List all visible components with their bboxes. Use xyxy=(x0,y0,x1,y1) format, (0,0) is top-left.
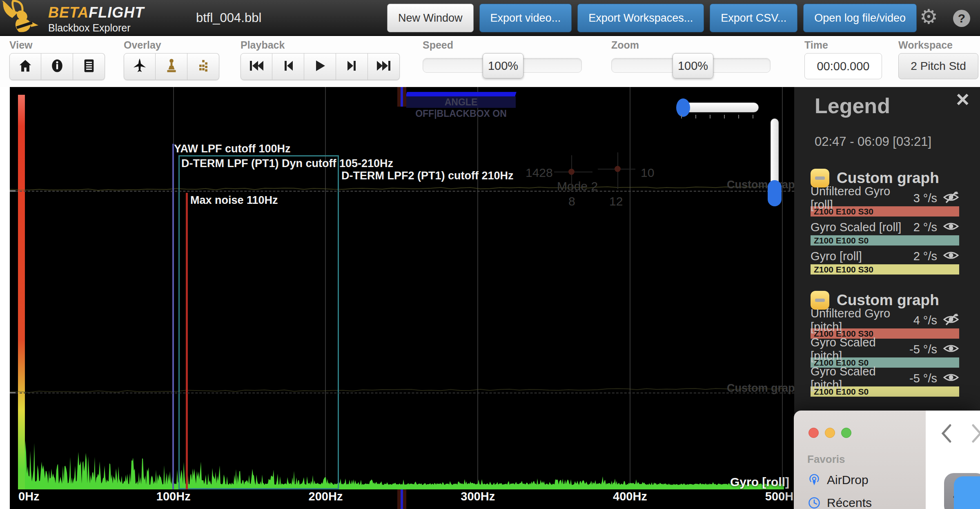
axis-tick-200Hz: 200Hz xyxy=(309,490,343,503)
step-back-button[interactable] xyxy=(272,53,304,80)
clock-icon xyxy=(807,496,821,509)
step-back-icon xyxy=(282,60,294,74)
stick-position-dot-left xyxy=(568,169,575,175)
zoom-traffic-light[interactable] xyxy=(841,428,851,438)
time-label: Time xyxy=(804,39,828,51)
legend-entry-settings-bar[interactable]: Z100 E100 S30 xyxy=(811,264,959,275)
graph-vertical-slider-handle[interactable] xyxy=(768,180,782,206)
zoom-slider-handle[interactable]: 100% xyxy=(673,53,713,78)
legend-entry-name[interactable]: Gyro [roll] xyxy=(811,250,913,263)
axis-tick-100Hz: 100Hz xyxy=(156,490,191,503)
stick-value-right: 10 xyxy=(641,166,654,180)
skip-end-button[interactable] xyxy=(368,53,400,80)
skip-start-button[interactable] xyxy=(241,53,272,80)
workspace-label: Workspace xyxy=(898,39,953,51)
finder-favorites-label: Favoris xyxy=(807,453,845,466)
legend-entry: Gyro Scaled [roll]2 °/sZ100 E100 S0 xyxy=(811,221,959,246)
legend-entry: Gyro Scaled [pitch]-5 °/sZ100 E100 S0 xyxy=(811,372,959,397)
spectrum-graph[interactable]: YAW LPF cutoff 100Hz D-TERM LPF (PT1) Dy… xyxy=(10,87,794,509)
legend-group-title: Custom graph xyxy=(837,292,939,309)
question-icon[interactable]: ? xyxy=(953,10,970,27)
legend-entry-name[interactable]: Gyro Scaled [roll] xyxy=(811,221,913,234)
app-file-icon-blue xyxy=(954,476,980,509)
eye-icon[interactable] xyxy=(943,371,959,385)
legend-groups: Custom graphUnfiltered Gyro [roll]3 °/sZ… xyxy=(811,169,959,397)
legend-entry-settings-bar[interactable]: Z100 E100 S0 xyxy=(811,235,959,246)
axis-tick-300Hz: 300Hz xyxy=(461,490,495,503)
info-icon xyxy=(51,59,63,74)
view-button-group xyxy=(9,53,105,80)
stick-value-left: 8 xyxy=(568,194,575,208)
craft-icon xyxy=(165,58,178,75)
chevron-right-icon[interactable] xyxy=(971,424,980,445)
max-noise-line xyxy=(186,193,188,489)
craft-button[interactable] xyxy=(156,53,187,80)
zoom-label: Zoom xyxy=(611,39,639,51)
header-button-export-csv[interactable]: Export CSV... xyxy=(710,4,797,32)
minimize-traffic-light[interactable] xyxy=(825,428,835,438)
playback-cursor-bottom[interactable] xyxy=(397,489,406,509)
yaw-lpf-annotation: YAW LPF cutoff 100Hz xyxy=(174,143,291,155)
legend-entry: Unfiltered Gyro [pitch]4 °/sZ100 E100 S3… xyxy=(811,314,959,339)
header-button-export-workspaces[interactable]: Export Workspaces... xyxy=(577,4,704,32)
view-label: View xyxy=(9,39,33,51)
legend-entry: Gyro Scaled [pitch]-5 °/sZ100 E100 S0 xyxy=(811,343,959,368)
airdrop-icon xyxy=(807,473,821,487)
time-field[interactable]: 00:00.000 xyxy=(804,53,882,79)
log-table-icon xyxy=(83,59,95,74)
finder-sidebar-items: AirDropRécents xyxy=(807,469,872,509)
graph-horizontal-slider-handle[interactable] xyxy=(676,98,690,117)
betaflight-blackbox-explorer: { "header": { "brand_beta": "BETA", "bra… xyxy=(0,0,980,509)
finder-window[interactable]: Favoris AirDropRécents xyxy=(794,411,980,509)
log-table-button[interactable] xyxy=(73,53,105,80)
header-button-row: New WindowExport video...Export Workspac… xyxy=(387,4,917,32)
header-button-new-window[interactable]: New Window xyxy=(387,4,474,32)
step-forward-icon xyxy=(346,60,358,74)
playback-cursor-top[interactable] xyxy=(397,87,406,107)
info-button[interactable] xyxy=(41,53,73,80)
legend-entry-value: 2 °/s xyxy=(913,250,937,263)
play-button[interactable] xyxy=(304,53,336,80)
series-label: Gyro [roll] xyxy=(730,475,789,489)
axis-tick-500Hz: 500Hz xyxy=(765,490,794,503)
sticks-button[interactable] xyxy=(187,53,219,80)
open-file-title: btfl_004.bbl xyxy=(196,0,261,36)
slider-tick xyxy=(695,115,696,118)
legend-entry: Unfiltered Gyro [roll]3 °/sZ100 E100 S30 xyxy=(811,192,959,217)
finder-item-r-cents[interactable]: Récents xyxy=(807,491,872,509)
playback-cursor-line xyxy=(401,87,403,107)
eye-icon[interactable] xyxy=(943,220,959,234)
logo-subtitle: Blackbox Explorer xyxy=(48,22,144,34)
finder-item-label: AirDrop xyxy=(827,473,869,487)
dterm-lpf2-annotation: D-TERM LPF2 (PT1) cutoff 210Hz xyxy=(341,170,514,182)
header-button-open-log-file-video[interactable]: Open log file/video xyxy=(803,4,917,32)
sticks-icon xyxy=(196,59,210,74)
app-header: BETAFLIGHT Blackbox Explorer btfl_004.bb… xyxy=(0,0,980,36)
gear-icon[interactable]: ⚙ xyxy=(920,5,938,29)
eye-icon[interactable] xyxy=(943,249,959,263)
plane-button[interactable] xyxy=(124,53,156,80)
event-flag-label: ANGLE OFF|BLACKBOX ON xyxy=(406,96,516,108)
section-tick-2 xyxy=(10,392,16,393)
legend-group-title: Custom graph xyxy=(837,170,939,187)
finder-item-label: Récents xyxy=(827,496,872,509)
home-button[interactable] xyxy=(9,53,41,80)
close-icon[interactable]: × xyxy=(956,88,969,111)
chevron-left-icon[interactable] xyxy=(940,424,952,445)
app-logo: BETAFLIGHT Blackbox Explorer xyxy=(48,4,144,34)
header-button-export-video[interactable]: Export video... xyxy=(479,4,572,32)
close-traffic-light[interactable] xyxy=(808,428,819,438)
max-noise-annotation: Max noise 110Hz xyxy=(190,194,278,207)
play-icon xyxy=(314,60,326,74)
overlay-label: Overlay xyxy=(124,39,161,51)
eye-slash-icon[interactable] xyxy=(943,191,959,205)
eye-icon[interactable] xyxy=(943,342,959,356)
slider-tick xyxy=(724,115,725,118)
finder-item-airdrop[interactable]: AirDrop xyxy=(807,469,872,491)
home-icon xyxy=(18,59,33,74)
step-forward-button[interactable] xyxy=(336,53,368,80)
eye-slash-icon[interactable] xyxy=(943,313,959,327)
legend-entry-value: -5 °/s xyxy=(909,343,937,356)
workspace-select[interactable]: 2 Pitch Std xyxy=(898,53,978,79)
speed-slider-handle[interactable]: 100% xyxy=(483,53,523,78)
